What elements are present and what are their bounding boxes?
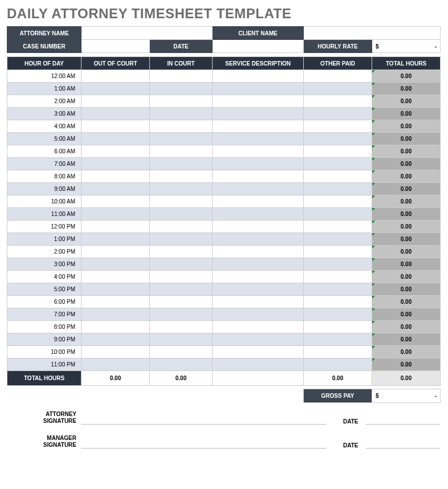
in-court-cell[interactable] [150,158,213,170]
other-paid-cell[interactable] [304,358,372,371]
other-paid-cell[interactable] [304,296,372,308]
other-paid-cell[interactable] [304,346,372,358]
out-of-court-cell[interactable] [82,308,150,321]
other-paid-cell[interactable] [304,120,372,133]
service-description-cell[interactable] [213,158,304,170]
service-description-cell[interactable] [213,120,304,133]
service-description-cell[interactable] [213,333,304,346]
out-of-court-cell[interactable] [82,283,150,296]
out-of-court-cell[interactable] [82,271,150,283]
service-description-cell[interactable] [213,283,304,296]
other-paid-cell[interactable] [304,195,372,208]
case-number-field[interactable] [82,40,150,53]
other-paid-cell[interactable] [304,308,372,321]
out-of-court-cell[interactable] [82,208,150,221]
in-court-cell[interactable] [150,271,213,283]
service-description-cell[interactable] [213,358,304,371]
in-court-cell[interactable] [150,83,213,95]
service-description-cell[interactable] [213,145,304,158]
service-description-cell[interactable] [213,83,304,95]
in-court-cell[interactable] [150,283,213,296]
other-paid-cell[interactable] [304,145,372,158]
in-court-cell[interactable] [150,170,213,183]
out-of-court-cell[interactable] [82,321,150,333]
out-of-court-cell[interactable] [82,258,150,271]
other-paid-cell[interactable] [304,208,372,221]
in-court-cell[interactable] [150,246,213,258]
out-of-court-cell[interactable] [82,158,150,170]
in-court-cell[interactable] [150,183,213,195]
service-description-cell[interactable] [213,233,304,246]
date-field[interactable] [213,40,304,53]
other-paid-cell[interactable] [304,283,372,296]
out-of-court-cell[interactable] [82,195,150,208]
out-of-court-cell[interactable] [82,358,150,371]
in-court-cell[interactable] [150,296,213,308]
out-of-court-cell[interactable] [82,145,150,158]
service-description-cell[interactable] [213,296,304,308]
manager-signature-line[interactable] [81,438,326,449]
service-description-cell[interactable] [213,271,304,283]
service-description-cell[interactable] [213,208,304,221]
in-court-cell[interactable] [150,358,213,371]
attorney-name-field[interactable] [82,27,213,40]
client-name-field[interactable] [304,27,441,40]
service-description-cell[interactable] [213,308,304,321]
in-court-cell[interactable] [150,208,213,221]
other-paid-cell[interactable] [304,133,372,145]
out-of-court-cell[interactable] [82,333,150,346]
other-paid-cell[interactable] [304,221,372,233]
other-paid-cell[interactable] [304,83,372,95]
other-paid-cell[interactable] [304,233,372,246]
other-paid-cell[interactable] [304,258,372,271]
other-paid-cell[interactable] [304,333,372,346]
in-court-cell[interactable] [150,258,213,271]
out-of-court-cell[interactable] [82,170,150,183]
service-description-cell[interactable] [213,195,304,208]
out-of-court-cell[interactable] [82,233,150,246]
out-of-court-cell[interactable] [82,296,150,308]
in-court-cell[interactable] [150,221,213,233]
service-description-cell[interactable] [213,95,304,108]
out-of-court-cell[interactable] [82,346,150,358]
service-description-cell[interactable] [213,221,304,233]
in-court-cell[interactable] [150,346,213,358]
in-court-cell[interactable] [150,195,213,208]
other-paid-cell[interactable] [304,95,372,108]
in-court-cell[interactable] [150,120,213,133]
other-paid-cell[interactable] [304,70,372,83]
service-description-cell[interactable] [213,183,304,195]
service-description-cell[interactable] [213,70,304,83]
out-of-court-cell[interactable] [82,83,150,95]
attorney-signature-line[interactable] [81,414,326,425]
service-description-cell[interactable] [213,170,304,183]
out-of-court-cell[interactable] [82,70,150,83]
other-paid-cell[interactable] [304,108,372,120]
other-paid-cell[interactable] [304,170,372,183]
manager-date-line[interactable] [366,438,440,449]
out-of-court-cell[interactable] [82,221,150,233]
out-of-court-cell[interactable] [82,246,150,258]
other-paid-cell[interactable] [304,158,372,170]
in-court-cell[interactable] [150,333,213,346]
out-of-court-cell[interactable] [82,120,150,133]
service-description-cell[interactable] [213,321,304,333]
attorney-date-line[interactable] [366,414,440,425]
in-court-cell[interactable] [150,321,213,333]
in-court-cell[interactable] [150,95,213,108]
other-paid-cell[interactable] [304,246,372,258]
out-of-court-cell[interactable] [82,133,150,145]
other-paid-cell[interactable] [304,271,372,283]
hourly-rate-field[interactable]: $ - [372,40,441,53]
in-court-cell[interactable] [150,108,213,120]
service-description-cell[interactable] [213,346,304,358]
other-paid-cell[interactable] [304,183,372,195]
out-of-court-cell[interactable] [82,108,150,120]
out-of-court-cell[interactable] [82,183,150,195]
service-description-cell[interactable] [213,258,304,271]
in-court-cell[interactable] [150,145,213,158]
service-description-cell[interactable] [213,108,304,120]
in-court-cell[interactable] [150,133,213,145]
service-description-cell[interactable] [213,246,304,258]
service-description-cell[interactable] [213,133,304,145]
